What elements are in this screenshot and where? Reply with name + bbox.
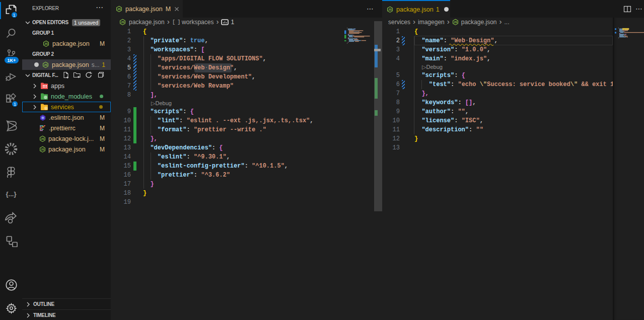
svg-text:JS: JS: [41, 148, 44, 151]
svg-text:JS: JS: [121, 21, 124, 24]
svg-text:JS: JS: [44, 42, 48, 45]
svg-text:JS: JS: [44, 63, 47, 66]
svg-text:JS: JS: [117, 8, 121, 11]
svg-text:JS: JS: [41, 137, 44, 140]
